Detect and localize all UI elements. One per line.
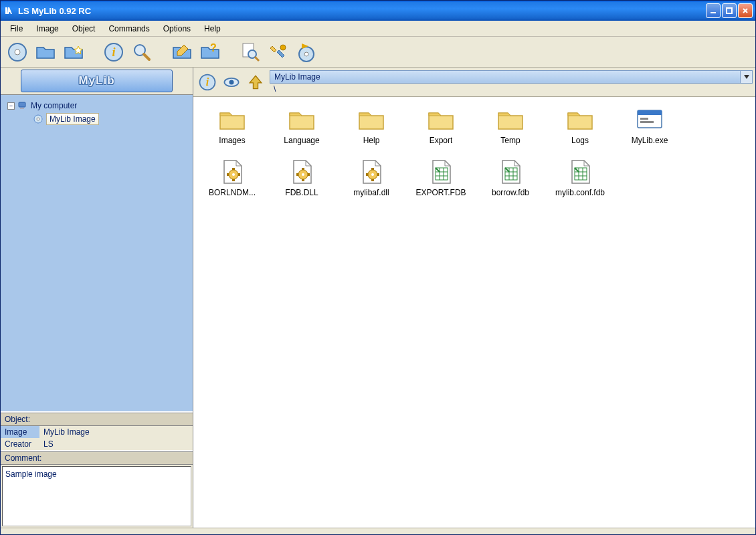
file-label: Logs bbox=[571, 136, 589, 145]
menubar: FileImageObjectCommandsOptionsHelp bbox=[1, 21, 755, 37]
file-item[interactable]: FDB.DLL bbox=[268, 158, 335, 197]
file-label: MyLib.exe bbox=[632, 136, 668, 145]
info-key: Creator bbox=[1, 438, 39, 450]
maximize-button[interactable] bbox=[722, 3, 737, 18]
tree-root-label: My computer bbox=[31, 101, 77, 110]
address-select[interactable]: MyLib Image bbox=[270, 70, 753, 84]
address-text: MyLib Image bbox=[270, 72, 740, 82]
svg-rect-44 bbox=[377, 173, 379, 176]
svg-rect-43 bbox=[366, 173, 368, 176]
fdb-icon bbox=[565, 158, 595, 185]
file-item[interactable]: borrow.fdb bbox=[477, 158, 544, 197]
svg-point-12 bbox=[280, 45, 286, 50]
comment-text[interactable]: Sample image bbox=[2, 466, 191, 526]
menu-object[interactable]: Object bbox=[66, 22, 102, 35]
right-pane: i MyLib Image \ ImagesLanguageHelpExport… bbox=[193, 68, 755, 528]
fdb-icon bbox=[426, 158, 456, 185]
file-item[interactable]: Logs bbox=[547, 106, 613, 145]
brand-box: MyLib bbox=[1, 68, 193, 94]
fdb-icon bbox=[496, 158, 525, 185]
rtool-info-small[interactable]: i bbox=[196, 71, 219, 94]
disc-icon bbox=[33, 114, 43, 124]
svg-rect-1 bbox=[727, 8, 732, 13]
tool-help-folder[interactable]: ? bbox=[197, 39, 223, 65]
object-info-head: Object: bbox=[1, 413, 193, 426]
menu-image[interactable]: Image bbox=[29, 22, 65, 35]
right-toolbar: i MyLib Image \ bbox=[193, 68, 755, 97]
info-value: MyLib Image bbox=[39, 426, 193, 438]
file-area[interactable]: ImagesLanguageHelpExportTempLogsMyLib.ex… bbox=[193, 97, 755, 528]
svg-rect-24 bbox=[638, 110, 662, 115]
tree-child[interactable]: MyLib Image bbox=[33, 112, 190, 126]
file-item[interactable]: Images bbox=[199, 106, 266, 145]
tree-root[interactable]: − My computer bbox=[3, 99, 190, 112]
tool-folder-star[interactable] bbox=[61, 39, 86, 65]
file-item[interactable]: BORLNDM... bbox=[199, 158, 266, 197]
file-label: Images bbox=[219, 136, 245, 145]
file-label: mylib.conf.fdb bbox=[555, 188, 605, 197]
main-toolbar: i? bbox=[1, 37, 755, 68]
app-window: LS MyLib 0.92 RC FileImageObjectCommands… bbox=[0, 0, 756, 535]
close-button[interactable] bbox=[738, 3, 753, 18]
rtool-view-small[interactable] bbox=[220, 71, 243, 94]
info-key: Image bbox=[1, 426, 39, 438]
rtool-up-small[interactable] bbox=[244, 71, 267, 94]
svg-rect-42 bbox=[371, 179, 374, 181]
file-item[interactable]: EXPORT.FDB bbox=[407, 158, 474, 197]
svg-point-40 bbox=[371, 173, 374, 176]
menu-options[interactable]: Options bbox=[157, 22, 197, 35]
file-label: Help bbox=[363, 136, 380, 145]
info-row: CreatorLS bbox=[1, 438, 193, 450]
tool-search[interactable] bbox=[129, 39, 155, 65]
tool-info-disc[interactable]: i bbox=[101, 39, 126, 65]
file-label: borrow.fdb bbox=[492, 188, 529, 197]
folder-icon bbox=[287, 106, 316, 133]
svg-rect-32 bbox=[238, 173, 240, 176]
svg-rect-16 bbox=[20, 108, 24, 109]
tool-write-disc[interactable] bbox=[294, 39, 319, 65]
svg-rect-15 bbox=[19, 102, 25, 107]
svg-rect-41 bbox=[371, 168, 374, 170]
tool-open-folder[interactable] bbox=[33, 39, 58, 65]
dll-icon bbox=[357, 158, 386, 185]
tool-new-disc[interactable] bbox=[5, 39, 30, 65]
folder-icon bbox=[496, 106, 525, 133]
svg-rect-0 bbox=[711, 12, 716, 13]
menu-commands[interactable]: Commands bbox=[102, 22, 156, 35]
left-pane: MyLib − My computer MyLib Image bbox=[1, 68, 193, 528]
brand-button[interactable]: MyLib bbox=[21, 70, 173, 92]
file-item[interactable]: mylib.conf.fdb bbox=[547, 158, 613, 197]
svg-point-14 bbox=[304, 52, 308, 56]
tool-find[interactable] bbox=[238, 39, 263, 65]
menu-file[interactable]: File bbox=[3, 22, 29, 35]
file-label: Temp bbox=[500, 136, 520, 145]
file-item[interactable]: MyLib.exe bbox=[616, 106, 683, 145]
svg-text:i: i bbox=[206, 76, 209, 88]
file-item[interactable]: Temp bbox=[477, 106, 544, 145]
svg-rect-35 bbox=[302, 168, 304, 170]
tool-edit-folder[interactable] bbox=[169, 39, 195, 65]
collapse-icon[interactable]: − bbox=[7, 102, 15, 110]
svg-rect-31 bbox=[227, 173, 229, 176]
tool-tools[interactable] bbox=[266, 39, 291, 65]
file-item[interactable]: mylibaf.dll bbox=[338, 158, 405, 197]
file-item[interactable]: Language bbox=[268, 106, 335, 145]
svg-point-18 bbox=[37, 118, 39, 120]
window-title: LS MyLib 0.92 RC bbox=[18, 6, 91, 16]
file-item[interactable]: Help bbox=[338, 106, 405, 145]
file-label: BORLNDM... bbox=[209, 188, 256, 197]
svg-rect-25 bbox=[640, 118, 648, 120]
svg-rect-38 bbox=[308, 173, 310, 176]
menu-help[interactable]: Help bbox=[197, 22, 227, 35]
chevron-down-icon[interactable] bbox=[740, 71, 752, 83]
folder-icon bbox=[565, 106, 595, 133]
file-item[interactable]: Export bbox=[407, 106, 474, 145]
minimize-button[interactable] bbox=[706, 3, 721, 18]
svg-point-3 bbox=[15, 49, 20, 55]
app-icon bbox=[3, 5, 14, 16]
exe-icon bbox=[635, 106, 664, 133]
tree-view[interactable]: − My computer MyLib Image bbox=[1, 94, 193, 411]
content: MyLib − My computer MyLib Image bbox=[1, 68, 755, 528]
object-info-panel: Object: ImageMyLib ImageCreatorLS bbox=[1, 411, 193, 450]
info-value: LS bbox=[39, 438, 193, 450]
